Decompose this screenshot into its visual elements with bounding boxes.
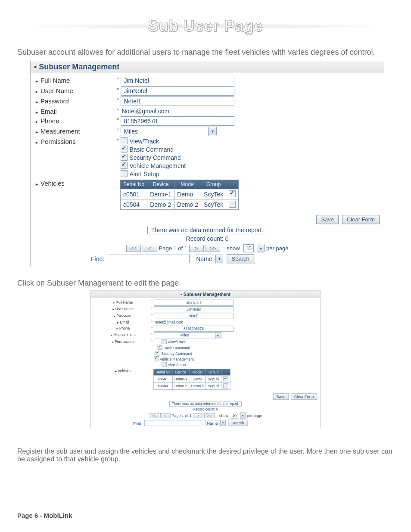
label-full-name: Full Name	[94, 299, 151, 304]
value-email: Notel@gmail.com	[121, 107, 170, 115]
find-input[interactable]	[107, 255, 190, 263]
label-measurement: Measurement	[94, 332, 151, 337]
perm-alert-setup[interactable]: Alert Setup	[154, 362, 193, 367]
pager-per-page-label: per page	[247, 413, 262, 418]
input-password[interactable]: Notel1	[154, 313, 234, 319]
caption1: Click on Subuser Management to edit the …	[17, 278, 394, 288]
search-button[interactable]: Search	[228, 420, 247, 426]
status-text: There was no data returned for the repor…	[147, 226, 267, 234]
chevron-down-icon[interactable]: ▾	[215, 332, 221, 338]
chevron-down-icon[interactable]: ▾	[257, 244, 265, 252]
col-device: Device	[147, 180, 174, 189]
cell-group: ScyTek	[201, 199, 226, 210]
perm-view-track[interactable]: View/Track	[154, 339, 193, 344]
subuser-management-panel-small: • Subuser Management Full Name*Jim Notel…	[90, 290, 320, 428]
col-serial: Serial No	[153, 369, 172, 375]
page-footer: Page 6 - MobiLink	[17, 512, 72, 519]
required-star: *	[117, 116, 119, 123]
perm-vehicle-management[interactable]: Vehicle Management	[154, 356, 193, 361]
col-check	[221, 369, 230, 375]
input-full-name[interactable]: Jim Notel	[121, 76, 234, 85]
save-button[interactable]: Save	[316, 215, 339, 224]
perm-vehicle-management[interactable]: Vehicle Management	[121, 162, 186, 169]
table-header-row: Serial No Device Model Group	[120, 180, 238, 189]
col-serial: Serial No	[120, 180, 147, 189]
pager-prev[interactable]: <	[143, 245, 157, 252]
pager-prev[interactable]: <	[160, 413, 171, 418]
find-label: Find:	[91, 255, 104, 262]
label-email: Email	[94, 320, 151, 324]
label-vehicles: Vehicles	[35, 179, 117, 187]
pager-next[interactable]: >	[193, 413, 203, 418]
perm-basic-command[interactable]: Basic Command	[121, 146, 186, 153]
cell-device: Demo-1	[147, 189, 174, 199]
caption2: Register the sub user and assign the veh…	[17, 448, 394, 464]
col-check	[226, 180, 239, 189]
chevron-down-icon[interactable]: ▾	[215, 255, 223, 263]
select-measurement[interactable]: Miles	[121, 127, 209, 136]
table-row: c0501 Demo-1 Demo ScyTek	[120, 189, 238, 199]
clear-form-button[interactable]: Clear Form	[342, 215, 380, 224]
input-full-name[interactable]: Jim Notel	[154, 299, 234, 305]
status-text: There was no data returned for the repor…	[169, 401, 242, 407]
label-vehicles: Vehicles	[94, 368, 151, 373]
pager-per-page-label: per page	[266, 245, 288, 252]
pager: << < Page 1 of 1 > >> show 10▾ per page	[31, 244, 384, 252]
label-permissions: Permissions	[94, 339, 151, 343]
cell-group: ScyTek	[201, 189, 226, 199]
label-password: Password	[94, 313, 151, 317]
perm-security-command[interactable]: Security Command	[121, 154, 186, 161]
perm-security-command[interactable]: Security Command	[154, 351, 193, 356]
chevron-down-icon[interactable]: ▾	[240, 412, 246, 418]
find-field-select[interactable]: Name	[194, 255, 214, 263]
pager-last[interactable]: >>	[206, 245, 220, 252]
cell-check[interactable]	[226, 189, 239, 199]
required-star: *	[117, 137, 119, 144]
input-user-name[interactable]: JimNotel	[154, 306, 234, 312]
pager-first[interactable]: <<	[149, 413, 159, 418]
required-star: *	[117, 96, 119, 103]
cell-model: Demo 2	[174, 199, 201, 210]
input-phone[interactable]: 8185296678	[154, 326, 234, 332]
input-user-name[interactable]: JimNotel	[121, 86, 234, 96]
input-password[interactable]: Notel1	[121, 96, 234, 106]
col-group: Group	[206, 369, 221, 375]
pager-first[interactable]: <<	[126, 245, 141, 252]
cell-model: Demo	[174, 189, 201, 199]
find-input[interactable]	[144, 420, 202, 426]
per-page-select[interactable]: 10	[231, 413, 238, 418]
cell-check[interactable]	[226, 199, 239, 210]
perm-view-track[interactable]: View/Track	[121, 137, 186, 145]
required-star: *	[117, 76, 119, 83]
col-model: Model	[189, 369, 206, 375]
intro-text: Subuser account allowes for additional u…	[17, 47, 394, 57]
label-phone: Phone	[35, 116, 117, 124]
chevron-down-icon[interactable]: ▾	[208, 127, 217, 135]
chevron-down-icon[interactable]: ▾	[221, 420, 226, 426]
subuser-management-panel: • Subuser Management Full Name * Jim Not…	[30, 61, 384, 266]
find-label: Find:	[133, 420, 143, 425]
cell-serial: c0501	[120, 189, 147, 199]
search-button[interactable]: Search	[227, 254, 254, 263]
col-model: Model	[174, 180, 201, 189]
per-page-select[interactable]: 10	[243, 244, 254, 252]
find-field-select[interactable]: Name	[205, 420, 219, 426]
required-star: *	[117, 107, 119, 114]
perm-basic-command[interactable]: Basic Command	[154, 345, 193, 350]
save-button[interactable]: Save	[273, 393, 289, 400]
cell-device: Demo 2	[147, 199, 174, 210]
clear-form-button[interactable]: Clear Form	[291, 393, 317, 400]
required-star: *	[117, 86, 119, 93]
page-title-wrap: Sub User Page	[17, 17, 394, 35]
record-count: Record count: 0	[31, 235, 384, 242]
label-measurement: Measurement	[35, 127, 117, 135]
pager-next[interactable]: >	[189, 245, 204, 252]
label-user-name: User Name	[35, 86, 117, 94]
required-star: *	[117, 127, 119, 134]
pager-last[interactable]: >>	[204, 413, 215, 418]
input-phone[interactable]: 8185296678	[121, 116, 234, 126]
perm-alert-setup[interactable]: Alert Setup	[121, 170, 186, 177]
value-email: Notel@gmail.com	[154, 320, 184, 325]
vehicles-table: Serial No Device Model Group c0501 Demo-…	[120, 180, 239, 210]
select-measurement[interactable]: Miles	[154, 332, 215, 338]
